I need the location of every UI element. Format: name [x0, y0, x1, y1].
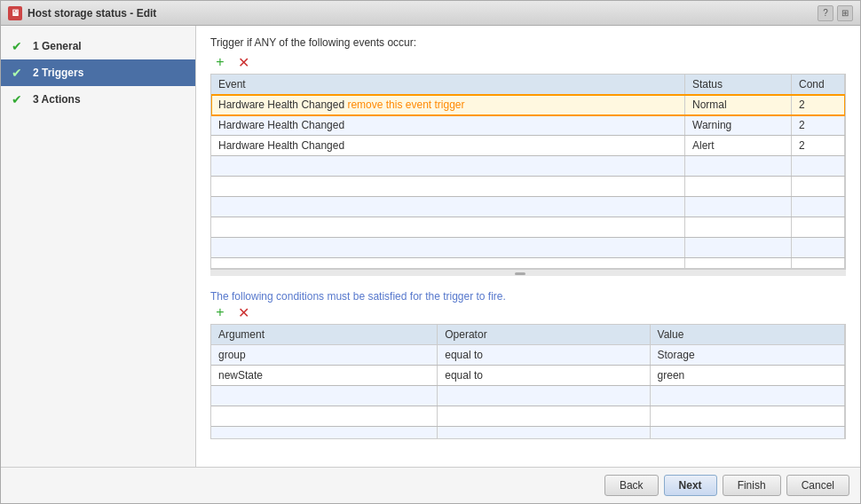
table-row-empty: [211, 386, 845, 406]
triggers-section: Trigger if ANY of the following events o…: [210, 36, 846, 276]
events-table-wrapper: Event Status Cond Hardware Health Change…: [210, 74, 846, 269]
conditions-title-after: must be satisfied for the trigger to fir…: [324, 290, 506, 303]
conditions-section: The following conditions must be satisfi…: [210, 283, 846, 439]
events-table: Event Status Cond Hardware Health Change…: [211, 75, 845, 269]
dialog-footer: Back Next Finish Cancel: [1, 467, 860, 503]
table-row-empty: [211, 427, 845, 440]
event-cell: Hardware Health Changed: [211, 115, 685, 136]
help-button[interactable]: ?: [818, 5, 833, 21]
sidebar-item-triggers[interactable]: ✔ 2 Triggers: [1, 59, 195, 86]
dialog: 🖥 Host storage status - Edit ? ⊞ ✔ 1 Gen…: [0, 0, 861, 504]
triggers-add-button[interactable]: +: [210, 52, 230, 72]
conditions-title: The following conditions must be satisfi…: [210, 290, 846, 303]
check-icon-triggers: ✔: [12, 66, 26, 80]
conditions-link[interactable]: conditions: [276, 290, 324, 303]
table-row-empty: [211, 258, 845, 270]
check-icon-actions: ✔: [12, 92, 26, 106]
argument-cell: newState: [211, 366, 438, 386]
svg-rect-0: [515, 272, 525, 275]
col-argument: Argument: [211, 325, 438, 345]
sidebar: ✔ 1 General ✔ 2 Triggers ✔ 3 Actions: [1, 26, 196, 467]
triggers-title: Trigger if ANY of the following events o…: [210, 36, 846, 49]
operator-cell: equal to: [438, 366, 650, 386]
table-row-empty: [211, 156, 845, 177]
sidebar-item-general[interactable]: ✔ 1 General: [1, 33, 195, 59]
col-status: Status: [685, 75, 792, 95]
conditions-table: Argument Operator Value group equal to S…: [211, 325, 845, 439]
conditions-remove-button[interactable]: ✕: [233, 303, 253, 322]
next-button[interactable]: Next: [664, 475, 717, 496]
dialog-title: Host storage status - Edit: [28, 7, 156, 20]
cond-cell: 2: [792, 136, 845, 156]
table-row-empty: [211, 197, 845, 217]
maximize-button[interactable]: ⊞: [837, 5, 853, 21]
triggers-toolbar: + ✕: [210, 52, 846, 72]
col-cond: Cond: [792, 75, 845, 95]
operator-cell: equal to: [438, 345, 650, 366]
status-cell: Alert: [685, 136, 792, 156]
scrollbar-hint: [210, 269, 846, 276]
conditions-table-header: Argument Operator Value: [211, 325, 845, 345]
check-icon-general: ✔: [12, 39, 26, 53]
event-cell: Hardware Health Changed remove this even…: [211, 95, 685, 115]
table-row[interactable]: Hardware Health Changed Warning 2: [211, 115, 845, 136]
sidebar-item-actions[interactable]: ✔ 3 Actions: [1, 86, 195, 113]
event-name: Hardware Health Changed: [218, 98, 344, 111]
conditions-add-button[interactable]: +: [210, 303, 230, 322]
conditions-toolbar: + ✕: [210, 303, 846, 322]
cond-cell: 2: [792, 95, 845, 115]
finish-button[interactable]: Finish: [723, 475, 781, 496]
title-bar-controls: ? ⊞: [818, 5, 853, 21]
table-row-empty: [211, 217, 845, 238]
sidebar-label-triggers: 2 Triggers: [33, 67, 83, 79]
dialog-icon: 🖥: [8, 6, 22, 20]
cond-cell: 2: [792, 115, 845, 136]
table-row[interactable]: Hardware Health Changed Alert 2: [211, 136, 845, 156]
table-row-empty: [211, 406, 845, 427]
remove-hint: remove this event trigger: [347, 98, 464, 111]
status-cell: Warning: [685, 115, 792, 136]
table-row-empty: [211, 177, 845, 197]
back-button[interactable]: Back: [604, 475, 659, 496]
sidebar-label-actions: 3 Actions: [33, 93, 81, 106]
sidebar-label-general: 1 General: [33, 40, 82, 52]
title-bar: 🖥 Host storage status - Edit ? ⊞: [1, 1, 860, 26]
triggers-remove-button[interactable]: ✕: [233, 52, 253, 72]
col-value: Value: [650, 325, 844, 345]
events-table-header: Event Status Cond: [211, 75, 845, 95]
value-cell: Storage: [650, 345, 844, 366]
main-content: Trigger if ANY of the following events o…: [196, 26, 860, 467]
dialog-body: ✔ 1 General ✔ 2 Triggers ✔ 3 Actions Tri…: [1, 26, 860, 467]
table-row[interactable]: Hardware Health Changed remove this even…: [211, 95, 845, 115]
table-row[interactable]: newState equal to green: [211, 366, 845, 386]
conditions-title-before: The following: [210, 290, 276, 303]
cancel-button[interactable]: Cancel: [786, 475, 849, 496]
conditions-table-wrapper: Argument Operator Value group equal to S…: [210, 324, 846, 439]
event-cell: Hardware Health Changed: [211, 136, 685, 156]
argument-cell: group: [211, 345, 438, 366]
title-bar-left: 🖥 Host storage status - Edit: [8, 6, 156, 20]
status-cell: Normal: [685, 95, 792, 115]
value-cell: green: [650, 366, 844, 386]
table-row-empty: [211, 238, 845, 258]
col-event: Event: [211, 75, 685, 95]
table-row[interactable]: group equal to Storage: [211, 345, 845, 366]
col-operator: Operator: [438, 325, 650, 345]
